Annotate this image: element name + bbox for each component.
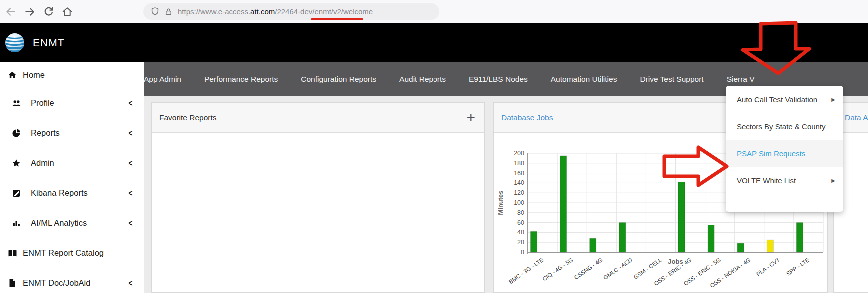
sidebar-item-label: Reports [31, 128, 128, 138]
star-icon [10, 159, 23, 168]
book-icon [6, 250, 19, 258]
sidebar-item-aiml-analytics[interactable]: AI/ML Analytics < [0, 208, 144, 238]
forward-icon[interactable] [24, 6, 35, 18]
sidebar-item-enmt-doc-jobaid[interactable]: ENMT Doc/JobAid < [0, 268, 144, 293]
svg-text:GSM - CELL: GSM - CELL [633, 256, 663, 280]
chevron-left-icon: < [129, 98, 133, 108]
home-toolbar-icon[interactable] [62, 6, 73, 18]
nav-sierra[interactable]: Sierra V [727, 75, 755, 84]
svg-text:200: 200 [514, 150, 524, 157]
nav-performance-reports[interactable]: Performance Reports [204, 75, 278, 84]
nav-app-admin[interactable]: App Admin [144, 75, 181, 84]
svg-text:GMLC - ACD: GMLC - ACD [602, 257, 633, 281]
reload-icon[interactable] [43, 6, 54, 18]
submenu-arrow-icon: ▶ [831, 97, 835, 102]
chevron-left-icon: < [129, 158, 133, 168]
submenu-arrow-icon: ▶ [831, 178, 835, 184]
favorite-reports-title: Favorite Reports [159, 114, 217, 122]
sidebar-item-reports[interactable]: Reports < [0, 118, 144, 148]
sidebar-item-profile[interactable]: Profile < [0, 88, 144, 118]
shield-icon[interactable] [150, 7, 160, 16]
browser-toolbar: https://www.e-access.att.com/22464-dev/e… [0, 0, 868, 24]
svg-text:BMC - 3G - LTE: BMC - 3G - LTE [508, 257, 545, 286]
svg-text:20: 20 [517, 239, 524, 246]
sidebar-item-enmt-report-catalog[interactable]: ENMT Report Catalog [0, 238, 144, 268]
menu-item-sectors-by-state-county[interactable]: Sectors By State & County [726, 113, 843, 140]
data-availability-title: Data Ava [845, 114, 868, 122]
users-icon [10, 99, 23, 108]
svg-text:180: 180 [514, 160, 524, 167]
nav-e911-lbs-nodes[interactable]: E911/LBS Nodes [469, 75, 528, 84]
menu-item-label: VOLTE White List [737, 176, 796, 185]
menu-item-volte-white-list[interactable]: VOLTE White List ▶ [726, 167, 843, 194]
menu-item-label: PSAP Sim Requests [737, 150, 805, 158]
favorite-reports-header: Favorite Reports + [152, 103, 484, 133]
url-red-underline-annotation [311, 18, 363, 20]
nav-drive-test-support[interactable]: Drive Test Support [640, 75, 703, 84]
app-header: ENMT [0, 24, 868, 62]
app-title: ENMT [33, 37, 65, 49]
chevron-left-icon: < [129, 218, 133, 228]
sidebar-item-label: Admin [31, 158, 128, 168]
nav-audit-reports[interactable]: Audit Reports [399, 75, 446, 84]
sidebar-item-label: Home [23, 70, 133, 80]
sidebar-item-label: ENMT Doc/JobAid [23, 278, 128, 288]
bar-chart-icon [10, 220, 23, 227]
chevron-left-icon: < [129, 188, 133, 198]
sidebar-item-home[interactable]: Home [0, 62, 144, 88]
pie-chart-icon [10, 129, 23, 138]
svg-text:Minutes: Minutes [497, 190, 504, 215]
favorite-reports-panel: Favorite Reports + [151, 102, 485, 293]
nav-automation-utilities[interactable]: Automation Utilities [551, 75, 617, 84]
document-icon [6, 279, 19, 288]
sidebar: Home Profile < Reports < Admin < Kibana … [0, 62, 144, 293]
drive-test-support-menu: Auto Call Test Validation ▶ Sectors By S… [726, 86, 843, 212]
database-jobs-title: Database Jobs [501, 114, 553, 122]
svg-text:40: 40 [517, 229, 524, 236]
kibana-icon [10, 190, 23, 198]
svg-text:160: 160 [514, 170, 524, 177]
sidebar-item-admin[interactable]: Admin < [0, 148, 144, 178]
svg-text:60: 60 [517, 220, 524, 226]
sidebar-item-label: ENMT Report Catalog [23, 248, 133, 258]
lock-icon[interactable] [164, 8, 173, 16]
svg-text:Jobs: Jobs [668, 258, 683, 266]
home-icon [6, 71, 19, 80]
menu-item-label: Auto Call Test Validation [737, 96, 817, 104]
svg-text:0: 0 [521, 249, 524, 256]
menu-item-psap-sim-requests[interactable]: PSAP Sim Requests [726, 140, 843, 167]
att-globe-logo [5, 33, 25, 53]
url-text: https://www.e-access.att.com/22464-dev/e… [178, 8, 373, 16]
svg-text:CSSNG - 4G: CSSNG - 4G [573, 257, 604, 281]
nav-configuration-reports[interactable]: Configuration Reports [301, 75, 376, 84]
svg-text:120: 120 [514, 190, 524, 196]
sidebar-item-label: Profile [31, 98, 128, 108]
back-icon[interactable] [5, 6, 16, 18]
svg-text:SPP - LTE: SPP - LTE [785, 257, 811, 278]
chevron-left-icon: < [129, 128, 133, 138]
url-bar[interactable]: https://www.e-access.att.com/22464-dev/e… [143, 4, 439, 20]
svg-text:80: 80 [517, 210, 524, 216]
chevron-left-icon: < [129, 278, 133, 288]
add-favorite-button[interactable]: + [466, 110, 475, 126]
svg-text:PLA - CVT: PLA - CVT [755, 257, 781, 278]
svg-text:140: 140 [514, 180, 524, 186]
svg-text:100: 100 [514, 200, 524, 206]
sidebar-item-label: Kibana Reports [31, 188, 128, 198]
menu-item-label: Sectors By State & County [737, 122, 826, 131]
svg-text:CIQ - 4G - 5G: CIQ - 4G - 5G [541, 257, 574, 282]
menu-item-auto-call-test-validation[interactable]: Auto Call Test Validation ▶ [726, 86, 843, 113]
sidebar-item-kibana-reports[interactable]: Kibana Reports < [0, 178, 144, 208]
sidebar-item-label: AI/ML Analytics [31, 218, 128, 228]
